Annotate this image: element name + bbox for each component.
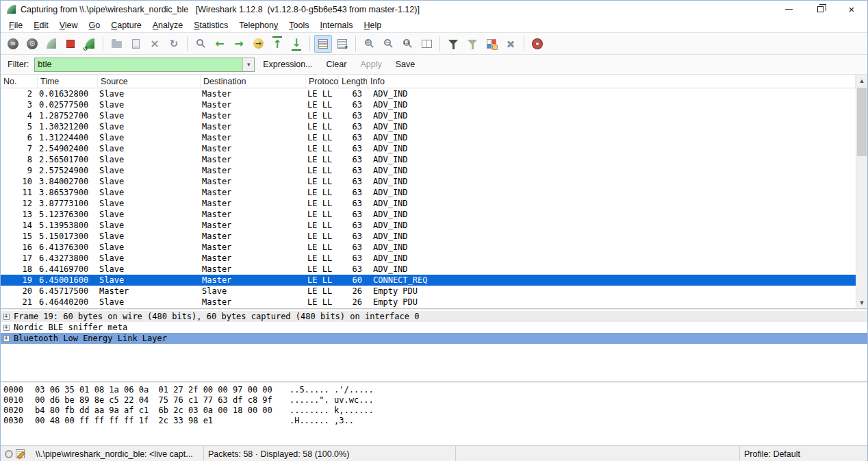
list-interfaces-icon[interactable]: ≡ xyxy=(4,35,22,53)
restart-capture-icon[interactable] xyxy=(81,35,99,53)
help-icon[interactable] xyxy=(528,35,546,53)
open-file-icon[interactable] xyxy=(107,35,125,53)
restore-button[interactable] xyxy=(804,1,836,18)
cell-source: Slave xyxy=(98,100,201,110)
packet-row[interactable]: 17 6.43273800 Slave Master LE LL 63 ADV_… xyxy=(1,253,856,264)
status-profile[interactable]: Profile: Default xyxy=(740,446,867,461)
save-button[interactable]: Save xyxy=(390,58,421,71)
cell-source: Slave xyxy=(98,155,201,164)
expert-info-icon[interactable] xyxy=(5,450,13,458)
close-file-icon[interactable]: × xyxy=(146,35,164,53)
capture-options-icon[interactable]: ⊙ xyxy=(23,35,41,53)
packet-row[interactable]: 6 1.31224400 Slave Master LE LL 63 ADV_I… xyxy=(1,132,856,143)
menu-view[interactable]: View xyxy=(54,19,84,32)
packet-row[interactable]: 3 0.02577500 Slave Master LE LL 63 ADV_I… xyxy=(1,99,856,110)
close-button[interactable]: × xyxy=(836,1,867,18)
packet-row[interactable]: 8 2.56501700 Slave Master LE LL 63 ADV_I… xyxy=(1,154,856,165)
scroll-up-icon[interactable]: ▲ xyxy=(856,75,867,86)
go-to-packet-icon[interactable]: → xyxy=(249,35,267,53)
menu-tools[interactable]: Tools xyxy=(283,19,314,32)
expand-icon[interactable] xyxy=(3,325,10,331)
menu-analyze[interactable]: Analyze xyxy=(147,19,188,32)
auto-scroll-icon[interactable] xyxy=(333,35,351,53)
start-capture-icon[interactable] xyxy=(42,35,60,53)
detail-row-frame[interactable]: Frame 19: 60 bytes on wire (480 bits), 6… xyxy=(1,311,867,322)
stop-capture-icon[interactable] xyxy=(62,35,79,53)
menu-telephony[interactable]: Telephony xyxy=(233,19,283,32)
status-capture-file: \\.\pipe\wireshark_nordic_ble: <live cap… xyxy=(31,446,204,461)
zoom-normal-icon[interactable]: 1:1 xyxy=(398,35,416,53)
column-header-length[interactable]: Length xyxy=(339,75,368,88)
packet-row[interactable]: 11 3.86537900 Slave Master LE LL 63 ADV_… xyxy=(1,187,856,198)
column-header-protocol[interactable]: Protocol xyxy=(306,75,339,88)
filter-input[interactable] xyxy=(35,58,242,71)
coloring-rules-icon[interactable] xyxy=(483,35,500,53)
filter-dropdown-arrow-icon[interactable]: ▾ xyxy=(242,58,254,71)
menu-edit[interactable]: Edit xyxy=(28,19,54,32)
zoom-out-icon[interactable]: − xyxy=(379,35,397,53)
packet-row[interactable]: 16 6.41376300 Slave Master LE LL 63 ADV_… xyxy=(1,242,856,253)
expand-icon[interactable] xyxy=(3,336,10,342)
scroll-down-icon[interactable]: ▼ xyxy=(856,297,867,308)
display-filter-icon[interactable] xyxy=(463,35,481,53)
resize-columns-icon[interactable] xyxy=(418,35,435,53)
toolbar-separator xyxy=(103,36,103,51)
packet-row[interactable]: 7 2.54902400 Slave Master LE LL 63 ADV_I… xyxy=(1,143,856,154)
column-header-source[interactable]: Source xyxy=(98,75,201,88)
capture-filter-icon[interactable] xyxy=(444,35,462,53)
column-header-destination[interactable]: Destination xyxy=(201,75,306,88)
menu-capture[interactable]: Capture xyxy=(105,19,146,32)
packet-row[interactable]: 9 2.57524900 Slave Master LE LL 63 ADV_I… xyxy=(1,165,856,176)
window-title: Capturing from \\.\pipe\wireshark_nordic… xyxy=(21,5,420,14)
packet-row[interactable]: 15 5.15017300 Slave Master LE LL 63 ADV_… xyxy=(1,231,856,242)
menu-internals[interactable]: Internals xyxy=(314,19,358,32)
packet-row[interactable]: 4 1.28752700 Slave Master LE LL 63 ADV_I… xyxy=(1,110,856,121)
cell-no: 9 xyxy=(1,166,38,175)
packet-row[interactable]: 2 0.01632800 Slave Master LE LL 63 ADV_I… xyxy=(1,88,856,99)
preferences-icon[interactable] xyxy=(502,35,520,53)
menu-go[interactable]: Go xyxy=(84,19,106,32)
scrollbar-thumb[interactable] xyxy=(857,88,867,156)
zoom-in-icon[interactable]: + xyxy=(360,35,378,53)
packet-row[interactable]: 5 1.30321200 Slave Master LE LL 63 ADV_I… xyxy=(1,121,856,132)
go-back-icon[interactable]: ← xyxy=(211,35,229,53)
go-forward-icon[interactable]: → xyxy=(230,35,248,53)
packet-row[interactable]: 21 6.46440200 Slave Master LE LL 26 Empt… xyxy=(1,297,856,308)
apply-button[interactable]: Apply xyxy=(355,58,387,71)
packet-row[interactable]: 12 3.87773100 Slave Master LE LL 63 ADV_… xyxy=(1,198,856,209)
detail-row-nordic[interactable]: Nordic BLE sniffer meta xyxy=(1,322,867,333)
expression-button[interactable]: Expression... xyxy=(257,58,318,71)
go-to-last-icon[interactable]: ↓ xyxy=(288,35,305,53)
menu-help[interactable]: Help xyxy=(358,19,387,32)
hex-bytes: 00 d6 be 89 8e c5 22 04 75 76 c1 77 63 d… xyxy=(35,395,290,406)
expand-icon[interactable] xyxy=(3,314,10,320)
clear-button[interactable]: Clear xyxy=(321,58,353,71)
packet-list-scrollbar[interactable]: ▲ ▼ xyxy=(856,75,867,308)
capture-comment-icon[interactable] xyxy=(16,449,25,458)
cell-info: Empty PDU xyxy=(368,297,856,307)
detail-row-btle[interactable]: Bluetooth Low Energy Link Layer xyxy=(1,333,867,344)
colorize-icon[interactable] xyxy=(314,35,332,53)
reload-icon[interactable]: ↻ xyxy=(165,35,183,53)
packet-row[interactable]: 10 3.84002700 Slave Master LE LL 63 ADV_… xyxy=(1,176,856,187)
column-header-no[interactable]: No. xyxy=(1,75,38,88)
cell-info: ADV_IND xyxy=(368,177,856,186)
packet-row[interactable]: 18 6.44169700 Slave Master LE LL 63 ADV_… xyxy=(1,264,856,275)
save-file-icon[interactable] xyxy=(127,35,144,53)
filter-button[interactable]: Filter: xyxy=(5,58,34,71)
hex-dump-pane[interactable]: 0000 03 06 35 01 08 1a 06 0a 01 27 2f 00… xyxy=(1,383,867,445)
packet-row[interactable]: 20 6.45717500 Master Slave LE LL 26 Empt… xyxy=(1,286,856,297)
menu-file[interactable]: File xyxy=(3,19,28,32)
packet-row[interactable]: 13 5.12376300 Slave Master LE LL 63 ADV_… xyxy=(1,209,856,220)
minimize-button[interactable] xyxy=(773,1,804,18)
go-to-first-icon[interactable]: ↑ xyxy=(268,35,286,53)
menu-statistics[interactable]: Statistics xyxy=(188,19,233,32)
packet-row[interactable]: 14 5.13953800 Slave Master LE LL 63 ADV_… xyxy=(1,220,856,231)
scrollbar-track[interactable] xyxy=(856,86,867,297)
packet-row[interactable]: 19 6.45001600 Slave Master LE LL 60 CONN… xyxy=(1,275,856,286)
cell-info: Empty PDU xyxy=(368,286,856,296)
find-packet-icon[interactable] xyxy=(192,35,209,53)
column-header-info[interactable]: Info xyxy=(368,75,856,88)
column-header-time[interactable]: Time xyxy=(38,75,98,88)
packet-list-body: 2 0.01632800 Slave Master LE LL 63 ADV_I… xyxy=(1,88,856,308)
